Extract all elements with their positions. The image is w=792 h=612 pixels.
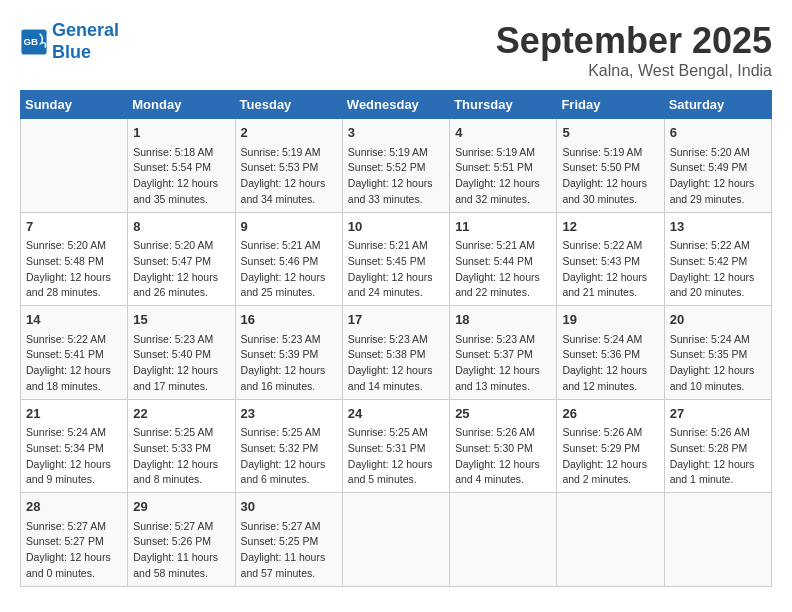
calendar-cell: 17Sunrise: 5:23 AM Sunset: 5:38 PM Dayli… [342,306,449,400]
logo-text: General Blue [52,20,119,63]
page-header: GB General Blue September 2025 Kalna, We… [20,20,772,80]
calendar-table: SundayMondayTuesdayWednesdayThursdayFrid… [20,90,772,587]
calendar-cell [664,493,771,587]
weekday-header-wednesday: Wednesday [342,91,449,119]
day-info: Sunrise: 5:26 AM Sunset: 5:29 PM Dayligh… [562,425,658,488]
title-block: September 2025 Kalna, West Bengal, India [496,20,772,80]
day-info: Sunrise: 5:20 AM Sunset: 5:48 PM Dayligh… [26,238,122,301]
day-number: 24 [348,404,444,424]
calendar-cell [21,119,128,213]
calendar-cell: 23Sunrise: 5:25 AM Sunset: 5:32 PM Dayli… [235,399,342,493]
day-number: 13 [670,217,766,237]
day-info: Sunrise: 5:18 AM Sunset: 5:54 PM Dayligh… [133,145,229,208]
day-number: 21 [26,404,122,424]
calendar-cell: 8Sunrise: 5:20 AM Sunset: 5:47 PM Daylig… [128,212,235,306]
logo-line1: General [52,20,119,40]
day-number: 28 [26,497,122,517]
day-info: Sunrise: 5:20 AM Sunset: 5:47 PM Dayligh… [133,238,229,301]
day-number: 27 [670,404,766,424]
location: Kalna, West Bengal, India [496,62,772,80]
day-info: Sunrise: 5:23 AM Sunset: 5:40 PM Dayligh… [133,332,229,395]
calendar-cell: 16Sunrise: 5:23 AM Sunset: 5:39 PM Dayli… [235,306,342,400]
calendar-cell: 6Sunrise: 5:20 AM Sunset: 5:49 PM Daylig… [664,119,771,213]
calendar-cell: 7Sunrise: 5:20 AM Sunset: 5:48 PM Daylig… [21,212,128,306]
day-info: Sunrise: 5:23 AM Sunset: 5:38 PM Dayligh… [348,332,444,395]
day-number: 10 [348,217,444,237]
calendar-cell: 3Sunrise: 5:19 AM Sunset: 5:52 PM Daylig… [342,119,449,213]
calendar-cell: 9Sunrise: 5:21 AM Sunset: 5:46 PM Daylig… [235,212,342,306]
calendar-cell: 15Sunrise: 5:23 AM Sunset: 5:40 PM Dayli… [128,306,235,400]
day-info: Sunrise: 5:24 AM Sunset: 5:36 PM Dayligh… [562,332,658,395]
day-number: 17 [348,310,444,330]
day-info: Sunrise: 5:27 AM Sunset: 5:25 PM Dayligh… [241,519,337,582]
week-row-1: 1Sunrise: 5:18 AM Sunset: 5:54 PM Daylig… [21,119,772,213]
week-row-4: 21Sunrise: 5:24 AM Sunset: 5:34 PM Dayli… [21,399,772,493]
day-info: Sunrise: 5:27 AM Sunset: 5:27 PM Dayligh… [26,519,122,582]
day-info: Sunrise: 5:21 AM Sunset: 5:46 PM Dayligh… [241,238,337,301]
calendar-cell: 25Sunrise: 5:26 AM Sunset: 5:30 PM Dayli… [450,399,557,493]
svg-text:GB: GB [24,35,39,46]
calendar-cell: 5Sunrise: 5:19 AM Sunset: 5:50 PM Daylig… [557,119,664,213]
day-info: Sunrise: 5:20 AM Sunset: 5:49 PM Dayligh… [670,145,766,208]
day-info: Sunrise: 5:21 AM Sunset: 5:44 PM Dayligh… [455,238,551,301]
weekday-header-thursday: Thursday [450,91,557,119]
week-row-2: 7Sunrise: 5:20 AM Sunset: 5:48 PM Daylig… [21,212,772,306]
calendar-cell: 24Sunrise: 5:25 AM Sunset: 5:31 PM Dayli… [342,399,449,493]
day-info: Sunrise: 5:24 AM Sunset: 5:35 PM Dayligh… [670,332,766,395]
day-info: Sunrise: 5:25 AM Sunset: 5:31 PM Dayligh… [348,425,444,488]
day-info: Sunrise: 5:19 AM Sunset: 5:51 PM Dayligh… [455,145,551,208]
day-number: 4 [455,123,551,143]
calendar-cell: 26Sunrise: 5:26 AM Sunset: 5:29 PM Dayli… [557,399,664,493]
calendar-cell: 4Sunrise: 5:19 AM Sunset: 5:51 PM Daylig… [450,119,557,213]
calendar-cell: 27Sunrise: 5:26 AM Sunset: 5:28 PM Dayli… [664,399,771,493]
calendar-cell: 14Sunrise: 5:22 AM Sunset: 5:41 PM Dayli… [21,306,128,400]
day-info: Sunrise: 5:25 AM Sunset: 5:32 PM Dayligh… [241,425,337,488]
logo: GB General Blue [20,20,119,63]
day-info: Sunrise: 5:26 AM Sunset: 5:28 PM Dayligh… [670,425,766,488]
day-number: 7 [26,217,122,237]
calendar-cell: 12Sunrise: 5:22 AM Sunset: 5:43 PM Dayli… [557,212,664,306]
calendar-cell: 30Sunrise: 5:27 AM Sunset: 5:25 PM Dayli… [235,493,342,587]
day-info: Sunrise: 5:22 AM Sunset: 5:43 PM Dayligh… [562,238,658,301]
calendar-cell: 11Sunrise: 5:21 AM Sunset: 5:44 PM Dayli… [450,212,557,306]
calendar-cell: 28Sunrise: 5:27 AM Sunset: 5:27 PM Dayli… [21,493,128,587]
weekday-header-sunday: Sunday [21,91,128,119]
calendar-cell: 18Sunrise: 5:23 AM Sunset: 5:37 PM Dayli… [450,306,557,400]
week-row-3: 14Sunrise: 5:22 AM Sunset: 5:41 PM Dayli… [21,306,772,400]
day-info: Sunrise: 5:27 AM Sunset: 5:26 PM Dayligh… [133,519,229,582]
weekday-header-friday: Friday [557,91,664,119]
calendar-cell: 21Sunrise: 5:24 AM Sunset: 5:34 PM Dayli… [21,399,128,493]
day-number: 6 [670,123,766,143]
day-number: 20 [670,310,766,330]
day-number: 1 [133,123,229,143]
calendar-cell: 19Sunrise: 5:24 AM Sunset: 5:36 PM Dayli… [557,306,664,400]
day-info: Sunrise: 5:25 AM Sunset: 5:33 PM Dayligh… [133,425,229,488]
week-row-5: 28Sunrise: 5:27 AM Sunset: 5:27 PM Dayli… [21,493,772,587]
day-number: 14 [26,310,122,330]
day-number: 2 [241,123,337,143]
calendar-cell [557,493,664,587]
logo-line2: Blue [52,42,91,62]
day-info: Sunrise: 5:26 AM Sunset: 5:30 PM Dayligh… [455,425,551,488]
calendar-cell [342,493,449,587]
day-info: Sunrise: 5:23 AM Sunset: 5:39 PM Dayligh… [241,332,337,395]
day-number: 25 [455,404,551,424]
calendar-cell: 29Sunrise: 5:27 AM Sunset: 5:26 PM Dayli… [128,493,235,587]
day-number: 5 [562,123,658,143]
day-number: 16 [241,310,337,330]
day-number: 29 [133,497,229,517]
day-number: 30 [241,497,337,517]
day-number: 15 [133,310,229,330]
calendar-cell: 13Sunrise: 5:22 AM Sunset: 5:42 PM Dayli… [664,212,771,306]
day-info: Sunrise: 5:23 AM Sunset: 5:37 PM Dayligh… [455,332,551,395]
month-title: September 2025 [496,20,772,62]
day-info: Sunrise: 5:22 AM Sunset: 5:42 PM Dayligh… [670,238,766,301]
weekday-header-monday: Monday [128,91,235,119]
calendar-cell [450,493,557,587]
day-number: 22 [133,404,229,424]
day-info: Sunrise: 5:22 AM Sunset: 5:41 PM Dayligh… [26,332,122,395]
day-number: 12 [562,217,658,237]
day-info: Sunrise: 5:21 AM Sunset: 5:45 PM Dayligh… [348,238,444,301]
day-number: 11 [455,217,551,237]
calendar-cell: 22Sunrise: 5:25 AM Sunset: 5:33 PM Dayli… [128,399,235,493]
